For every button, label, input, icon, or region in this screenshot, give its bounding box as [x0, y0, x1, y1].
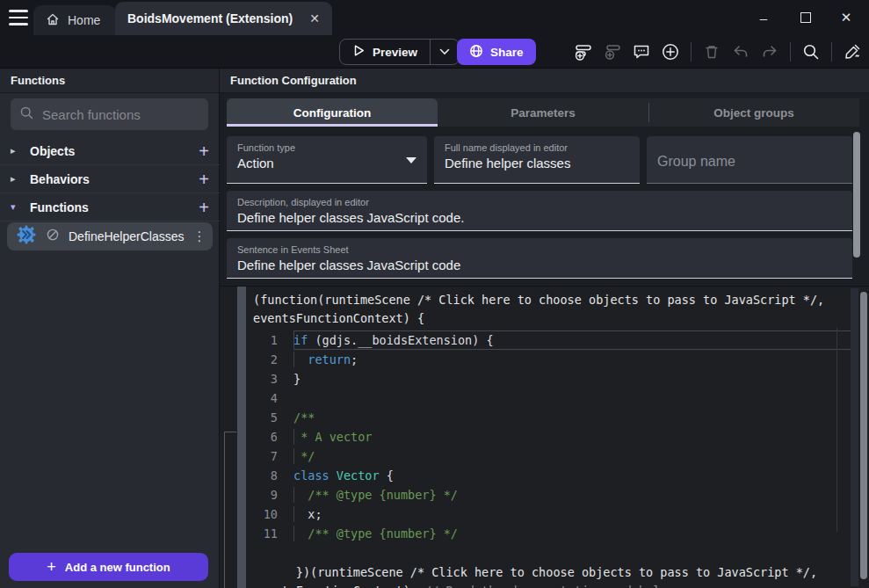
tree-section-objects[interactable]: ▸ Objects + — [0, 137, 220, 165]
chevron-right-icon: ▸ — [11, 173, 21, 185]
javascript-code-editor[interactable]: (function(runtimeScene /* Click here to … — [220, 286, 869, 588]
group-name-field[interactable] — [647, 136, 852, 184]
editor-column-ruler — [836, 328, 837, 532]
editor-scrollbar-thumb[interactable] — [860, 292, 867, 579]
add-event-icon[interactable] — [572, 40, 595, 63]
share-button[interactable]: Share — [457, 39, 536, 65]
config-scrollbar-thumb[interactable] — [853, 132, 860, 258]
line-number: 2 — [253, 350, 293, 369]
extension-tree: ▸ Objects + ▸ Behaviors + ▾ Functions + — [0, 137, 220, 221]
code-header[interactable]: (function(runtimeScene /* Click here to … — [253, 291, 853, 328]
add-sub-event-icon[interactable] — [601, 40, 624, 63]
code-line[interactable]: 5/** — [253, 408, 853, 427]
sidebar-panel-title: Functions — [0, 69, 219, 93]
configuration-tabs: Configuration Parameters Object groups — [227, 98, 859, 127]
documentation-link[interactable]: Read the documentation and help — [445, 584, 667, 588]
add-new-function-button[interactable]: + Add a new function — [9, 553, 208, 581]
event-drag-handle[interactable] — [237, 287, 246, 588]
full-name-field[interactable]: Full name displayed in editor Define hel… — [434, 136, 640, 184]
code-line[interactable]: 10 x; — [253, 505, 853, 524]
preview-button[interactable]: Preview — [339, 39, 460, 65]
code-footer-comment: // — [424, 584, 445, 588]
code-line[interactable]: 4 — [253, 388, 853, 408]
trash-icon[interactable] — [700, 40, 723, 63]
search-functions-box[interactable] — [11, 98, 208, 130]
home-icon — [46, 12, 60, 29]
window-maximize-button[interactable] — [791, 5, 821, 30]
line-number: 3 — [253, 369, 293, 388]
toolbar: Preview Share — [0, 35, 869, 69]
line-number: 10 — [253, 505, 293, 524]
tree-section-functions[interactable]: ▾ Functions + — [0, 193, 220, 221]
code-line[interactable]: 7 */ — [253, 446, 853, 466]
group-name-input[interactable] — [657, 142, 842, 181]
tab-active-label: BoidsMovement (Extension) — [127, 11, 293, 25]
add-new-function-label: Add a new function — [65, 561, 170, 574]
tab-object-groups[interactable]: Object groups — [648, 98, 859, 127]
search-icon — [19, 105, 34, 124]
description-field[interactable]: Description, displayed in editor Define … — [227, 191, 852, 231]
line-number: 11 — [253, 524, 293, 543]
plus-icon: + — [47, 558, 56, 577]
code-line[interactable]: 11 /** @type {number} */ — [253, 524, 853, 543]
item-menu-icon[interactable]: ⋮ — [193, 229, 206, 244]
code-line[interactable]: 8class Vector { — [253, 466, 853, 485]
add-comment-icon[interactable] — [630, 40, 653, 63]
globe-icon — [469, 44, 483, 61]
maximize-icon — [800, 12, 811, 23]
tree-section-behaviors[interactable]: ▸ Behaviors + — [0, 165, 220, 193]
menu-icon[interactable] — [9, 10, 28, 25]
functions-sidebar: Functions ▸ Objects + ▸ Behaviors + ▾ Fu… — [0, 69, 220, 588]
tab-home[interactable]: Home — [33, 5, 116, 35]
redo-icon[interactable] — [758, 40, 781, 63]
tab-boidsmovement[interactable]: BoidsMovement (Extension) ✕ — [115, 2, 332, 35]
line-number: 6 — [253, 427, 293, 446]
undo-icon[interactable] — [729, 40, 752, 63]
line-number: 4 — [253, 388, 293, 408]
toolbar-divider — [831, 42, 832, 62]
code-area[interactable]: (function(runtimeScene /* Click here to … — [253, 291, 853, 588]
toolbar-divider — [691, 42, 692, 62]
function-gear-icon — [16, 224, 37, 249]
chevron-down-icon — [439, 48, 450, 55]
event-indent-line — [224, 432, 236, 588]
add-function-plus-button[interactable]: + — [199, 199, 209, 216]
sentence-field[interactable]: Sentence in Events Sheet Define helper c… — [227, 238, 852, 279]
add-circle-icon[interactable] — [659, 40, 682, 63]
code-line[interactable]: 6 * A vector — [253, 427, 853, 446]
tab-close-icon[interactable]: ✕ — [309, 11, 320, 25]
code-line[interactable]: 1if (gdjs.__boidsExtension) { — [253, 330, 853, 350]
code-line[interactable]: 3} — [253, 369, 853, 388]
tab-parameters[interactable]: Parameters — [438, 98, 648, 127]
line-number: 9 — [253, 485, 293, 505]
search-functions-input[interactable] — [42, 107, 217, 122]
chevron-right-icon: ▸ — [11, 145, 21, 156]
editor-scrollbar-track[interactable] — [851, 288, 858, 586]
function-configuration-panel: Function Configuration Configuration Par… — [220, 69, 869, 286]
line-number: 8 — [253, 466, 293, 485]
search-icon[interactable] — [800, 40, 822, 63]
line-number: 1 — [253, 330, 293, 350]
add-object-button[interactable]: + — [199, 142, 209, 160]
window-minimize-button[interactable]: – — [749, 5, 778, 30]
window-close-button[interactable]: ✕ — [831, 5, 861, 30]
code-line[interactable]: 2 return; — [253, 350, 853, 369]
line-number: 7 — [253, 446, 293, 466]
private-icon — [46, 228, 60, 245]
title-bar: Home BoidsMovement (Extension) ✕ – ✕ — [0, 0, 869, 35]
share-button-label: Share — [490, 46, 524, 59]
code-footer: })(runtimeScene /* Click here to choose … — [253, 545, 853, 588]
code-line[interactable]: 9 /** @type {number} */ — [253, 485, 853, 505]
chevron-down-icon: ▾ — [11, 201, 21, 213]
edit-icon[interactable] — [841, 40, 864, 63]
tab-configuration[interactable]: Configuration — [227, 98, 438, 127]
play-icon — [352, 44, 366, 60]
function-type-select[interactable]: Function type Action — [227, 136, 427, 184]
function-item-label: DefineHelperClasses — [69, 229, 185, 243]
main-panel-title: Function Configuration — [220, 69, 869, 93]
function-item-definehelperclasses[interactable]: DefineHelperClasses ⋮ — [7, 222, 213, 250]
preview-dropdown-button[interactable] — [431, 40, 459, 64]
toolbar-divider — [790, 42, 791, 62]
add-behavior-button[interactable]: + — [199, 171, 209, 188]
line-number: 5 — [253, 408, 293, 427]
